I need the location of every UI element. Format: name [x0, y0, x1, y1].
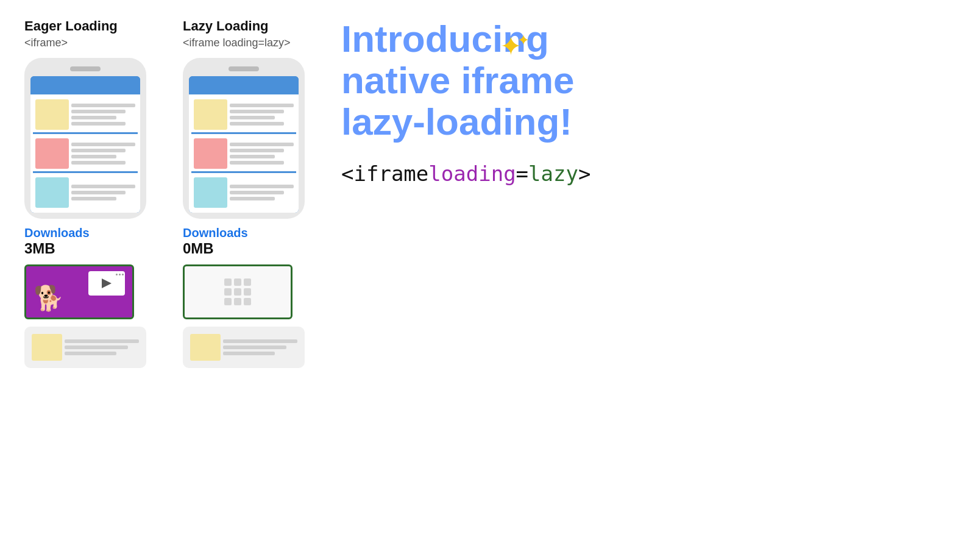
- lazy-downloads-label: Downloads: [183, 226, 248, 240]
- lazy-content-image-3: [194, 177, 227, 208]
- video-dot: [122, 274, 124, 275]
- content-line: [230, 185, 294, 188]
- content-line: [230, 104, 294, 107]
- eager-loading-section: Eager Loading <iframe>: [24, 18, 146, 368]
- play-button-icon: [102, 278, 112, 288]
- content-line: [230, 161, 284, 165]
- lazy-downloads: Downloads 0MB: [183, 226, 305, 257]
- intro-title: Introducing native iframe lazy-loading!: [341, 18, 575, 143]
- screen-header: [30, 76, 140, 94]
- eager-phone-mockup: [24, 58, 146, 219]
- spinner-dot: [244, 288, 251, 296]
- code-iframe-text: iframe: [353, 161, 428, 186]
- content-line: [71, 191, 126, 194]
- content-lines-1: [71, 99, 135, 130]
- code-equals-sign: =: [516, 161, 528, 186]
- dog-icon: 🐕: [34, 284, 64, 313]
- lazy-content-lines-3: [230, 177, 294, 208]
- intro-line3: lazy-loading!: [341, 101, 572, 143]
- eager-downloads-size: 3MB: [24, 240, 55, 257]
- content-line: [230, 155, 275, 158]
- spinner-dot: [224, 288, 232, 296]
- sparkle-small-icon: ✦: [517, 32, 530, 49]
- content-line: [230, 116, 275, 119]
- eager-subtitle: <iframe>: [24, 37, 68, 49]
- content-line: [71, 122, 126, 126]
- lazy-content-lines-1: [230, 99, 294, 130]
- content-line: [71, 116, 116, 119]
- screen-content: [30, 94, 140, 213]
- sparkle-decoration: ✦ ✦: [500, 30, 534, 62]
- lazy-content-image-2: [194, 138, 227, 169]
- lazy-content-block-2: [191, 136, 296, 173]
- spinner-dot: [234, 288, 241, 296]
- lazy-content-image-1: [194, 99, 227, 130]
- content-line: [230, 197, 275, 200]
- lazy-below-lines: [223, 334, 297, 361]
- phone-notch: [70, 66, 101, 71]
- lazy-iframe-box: [183, 264, 305, 319]
- content-image-3: [35, 177, 69, 208]
- loading-spinner-icon: [224, 278, 251, 305]
- spinner-dot: [244, 278, 251, 286]
- content-line: [71, 143, 135, 146]
- eager-downloads-label: Downloads: [24, 226, 90, 240]
- code-close-bracket: >: [578, 161, 590, 186]
- content-line: [71, 149, 126, 152]
- content-line: [71, 155, 116, 158]
- content-line: [230, 110, 284, 113]
- video-icon: [88, 271, 125, 296]
- content-line: [71, 161, 126, 165]
- content-image-1: [35, 99, 69, 130]
- phone-notch-lazy: [229, 66, 259, 71]
- main-container: ✦ ✦ Eager Loading <iframe>: [0, 0, 975, 560]
- lazy-phone-screen: [189, 76, 299, 213]
- right-content: Introducing native iframe lazy-loading! …: [305, 18, 951, 186]
- lazy-below-content-block: [188, 331, 300, 363]
- eager-iframe-box: 🐕: [24, 264, 146, 319]
- lazy-below-fold: [183, 327, 305, 368]
- content-image-2: [35, 138, 69, 169]
- content-line: [65, 352, 116, 355]
- content-line: [65, 339, 139, 343]
- below-lines: [65, 334, 139, 361]
- content-line: [71, 104, 135, 107]
- content-block-3: [33, 175, 138, 210]
- video-dots: [116, 274, 124, 275]
- content-line: [71, 197, 116, 200]
- lazy-downloads-size: 0MB: [183, 240, 214, 257]
- below-image: [32, 334, 62, 361]
- content-line: [223, 352, 275, 355]
- lazy-subtitle: <iframe loading=lazy>: [183, 37, 291, 49]
- content-lines-3: [71, 177, 135, 208]
- lazy-loading-section: Lazy Loading <iframe loading=lazy>: [183, 18, 305, 368]
- lazy-screen-content: [189, 94, 299, 213]
- video-dot: [116, 274, 118, 275]
- code-open-bracket: <: [341, 161, 353, 186]
- lazy-screen-header: [189, 76, 299, 94]
- content-line: [230, 122, 284, 126]
- video-dot: [119, 274, 121, 275]
- content-line: [71, 110, 126, 113]
- eager-downloads: Downloads 3MB: [24, 226, 146, 257]
- eager-below-fold: [24, 327, 146, 368]
- content-line: [223, 346, 286, 349]
- content-line: [71, 185, 135, 188]
- lazy-phone-mockup: [183, 58, 305, 219]
- lazy-content-lines-2: [230, 138, 294, 169]
- content-line: [230, 149, 284, 152]
- content-lines-2: [71, 138, 135, 169]
- content-line: [230, 191, 284, 194]
- below-content-block: [29, 331, 141, 363]
- eager-iframe-loaded: 🐕: [24, 264, 134, 319]
- spinner-dot: [224, 298, 232, 305]
- code-snippet: < iframe loading = lazy >: [341, 161, 590, 186]
- lazy-below-image: [190, 334, 221, 361]
- eager-phone-screen: [30, 76, 140, 213]
- intro-line2: native iframe: [341, 59, 575, 101]
- content-line: [65, 346, 128, 349]
- lazy-content-block-1: [191, 97, 296, 134]
- content-block-2: [33, 136, 138, 173]
- lazy-title: Lazy Loading: [183, 18, 269, 34]
- code-loading-attr: loading: [428, 161, 516, 186]
